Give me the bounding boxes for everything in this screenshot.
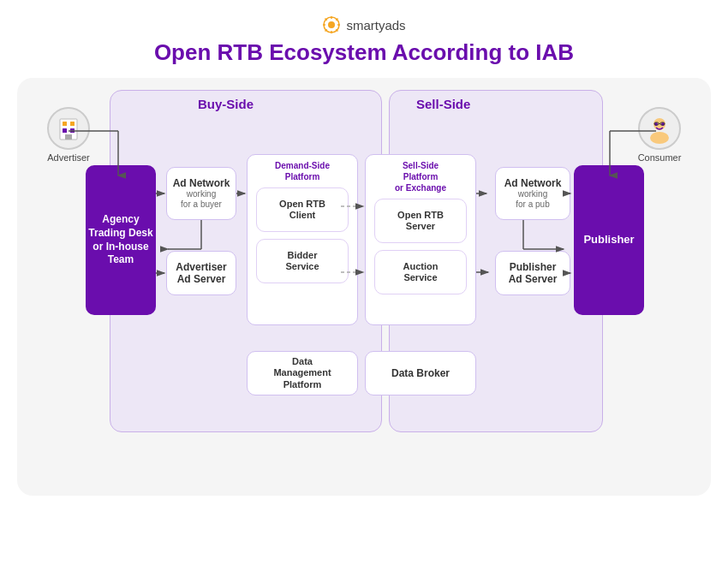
svg-point-1 [328, 21, 335, 28]
auction-service-title: Auction Service [403, 261, 439, 283]
page: smartyads Open RTB Ecosystem According t… [0, 0, 728, 565]
dmp-box: Data Management Platform [247, 351, 358, 396]
bidder-service-box: Bidder Service [256, 239, 349, 283]
page-title: Open RTB Ecosystem According to IAB [154, 39, 574, 66]
consumer-label: Consumer [638, 152, 682, 163]
dsp-label: Demand-Side Platform [275, 160, 330, 182]
logo-row: smartyads [322, 15, 405, 34]
svg-point-17 [650, 132, 669, 144]
publisher-ad-server-box: Publisher Ad Server [495, 251, 570, 295]
advertiser-label: Advertiser [47, 152, 90, 163]
auction-service-box: Auction Service [374, 250, 467, 294]
publisher-box: Publisher [574, 165, 644, 315]
ssp-label: Sell-Side Platform or Exchange [395, 160, 446, 193]
svg-rect-14 [70, 128, 75, 133]
ad-network-pub-title: Ad Network [504, 177, 562, 189]
open-rtb-client-title: Open RTB Client [279, 199, 325, 221]
logo-text: smartyads [346, 18, 405, 33]
svg-rect-11 [63, 122, 67, 126]
logo-icon [322, 15, 341, 34]
dsp-container: Demand-Side Platform Open RTB Client Bid… [247, 154, 358, 325]
advertiser-col: Advertiser [43, 107, 94, 163]
agency-box: Agency Trading Desk or In-house Team [86, 165, 156, 315]
ad-network-buyer-title: Ad Network [173, 177, 230, 189]
consumer-col: Consumer [634, 107, 685, 163]
dmp-title: Data Management Platform [273, 356, 331, 390]
ad-network-pub-box: Ad Network working for a pub [495, 167, 570, 220]
open-rtb-client-box: Open RTB Client [256, 187, 349, 232]
ssp-container: Sell-Side Platform or Exchange Open RTB … [365, 154, 476, 325]
publisher-ad-server-title: Publisher Ad Server [509, 261, 558, 286]
agency-label: Agency Trading Desk or In-house Team [88, 213, 152, 266]
consumer-icon [638, 107, 681, 150]
svg-rect-12 [70, 122, 75, 126]
open-rtb-server-title: Open RTB Server [397, 210, 444, 232]
bidder-service-title: Bidder Service [285, 250, 319, 272]
ad-network-buyer-box: Ad Network working for a buyer [166, 167, 236, 220]
publisher-label: Publisher [583, 233, 634, 247]
svg-rect-15 [65, 134, 72, 140]
diagram: Buy-Side Sell-Side Advertiser [31, 90, 697, 484]
buy-side-label: Buy-Side [198, 97, 254, 111]
data-broker-title: Data Broker [391, 367, 450, 379]
sell-side-label: Sell-Side [416, 97, 470, 111]
advertiser-ad-server-title: Advertiser Ad Server [176, 261, 226, 286]
advertiser-ad-server-box: Advertiser Ad Server [166, 251, 236, 295]
open-rtb-server-box: Open RTB Server [374, 199, 467, 243]
svg-rect-13 [63, 128, 67, 133]
advertiser-icon [47, 107, 90, 150]
data-broker-box: Data Broker [365, 351, 476, 396]
diagram-container: Buy-Side Sell-Side Advertiser [17, 78, 711, 496]
